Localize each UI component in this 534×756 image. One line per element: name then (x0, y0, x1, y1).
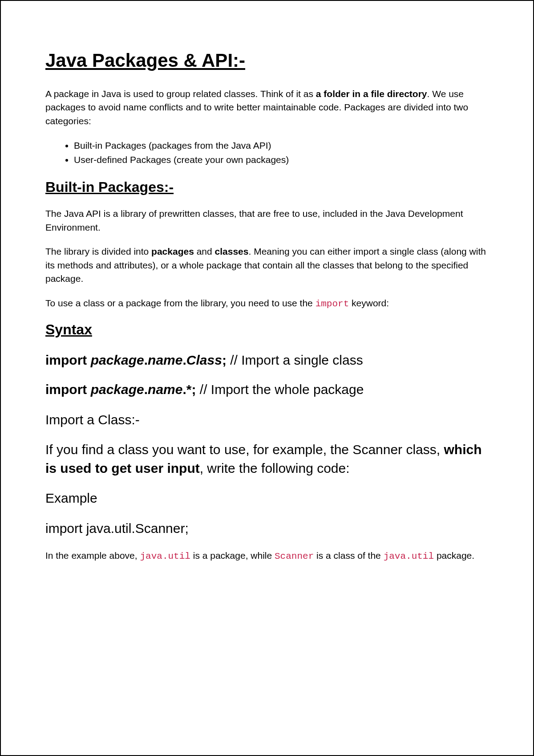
comment-slashes: // (200, 382, 211, 397)
comment-slashes: // (230, 353, 241, 367)
class-token: Class (186, 353, 222, 367)
text: keyword: (349, 298, 389, 308)
syntax-line-1: import package.name.Class; // Import a s… (45, 351, 489, 370)
bold-packages: packages (151, 246, 194, 256)
syntax-line-2: import package.name.*; // Import the who… (45, 381, 489, 399)
example-code: import java.util.Scanner; (45, 519, 489, 537)
gap (196, 382, 199, 397)
java-util-code: java.util (140, 551, 190, 561)
text: In the example above, (45, 550, 140, 561)
document-page: Java Packages & API:- A package in Java … (0, 0, 534, 756)
dot: . (182, 353, 186, 367)
name-token: name (148, 353, 182, 367)
syntax-heading: Syntax (45, 321, 489, 338)
dot-star: .* (182, 382, 191, 397)
semicolon: ; (222, 353, 227, 367)
text: The library is divided into (45, 246, 151, 256)
import-keyword: import (45, 382, 91, 397)
text: To use a class or a package from the lib… (45, 298, 316, 308)
content-container: Java Packages & API:- A package in Java … (45, 50, 489, 563)
gap (227, 353, 230, 367)
dot: . (144, 382, 148, 397)
example-label: Example (45, 489, 489, 507)
builtin-p2: The library is divided into packages and… (45, 245, 489, 285)
intro-bold: a folder in a file directory (316, 89, 427, 99)
text: package. (434, 550, 474, 561)
comment-text: Import the whole package (211, 382, 364, 397)
builtin-p3: To use a class or a package from the lib… (45, 297, 489, 311)
text: is a class of the (314, 550, 383, 561)
import-class-heading: Import a Class:- (45, 411, 489, 429)
package-token: package (91, 382, 144, 397)
import-class-paragraph: If you find a class you want to use, for… (45, 440, 489, 477)
semicolon: ; (191, 382, 196, 397)
list-item: Built-in Packages (packages from the Jav… (74, 138, 489, 153)
scanner-code: Scanner (275, 551, 314, 561)
category-list: Built-in Packages (packages from the Jav… (74, 138, 489, 167)
builtin-p1: The Java API is a library of prewritten … (45, 207, 489, 234)
import-keyword-code: import (316, 299, 349, 309)
dot: . (144, 353, 148, 367)
built-in-heading: Built-in Packages:- (45, 179, 489, 195)
import-keyword: import (45, 353, 91, 367)
name-token: name (148, 382, 182, 397)
text: and (194, 246, 215, 256)
comment-text: Import a single class (241, 353, 363, 367)
intro-paragraph: A package in Java is used to group relat… (45, 87, 489, 128)
list-item: User-defined Packages (create your own p… (74, 153, 489, 167)
example-explanation: In the example above, java.util is a pac… (45, 549, 489, 563)
bold-classes: classes (215, 246, 249, 256)
text: If you find a class you want to use, for… (45, 442, 444, 457)
java-util-code-2: java.util (384, 551, 434, 561)
text: , write the following code: (200, 461, 350, 476)
intro-text-1: A package in Java is used to group relat… (45, 89, 316, 99)
text: is a package, while (190, 550, 275, 561)
package-token: package (91, 353, 144, 367)
page-title: Java Packages & API:- (45, 50, 489, 71)
